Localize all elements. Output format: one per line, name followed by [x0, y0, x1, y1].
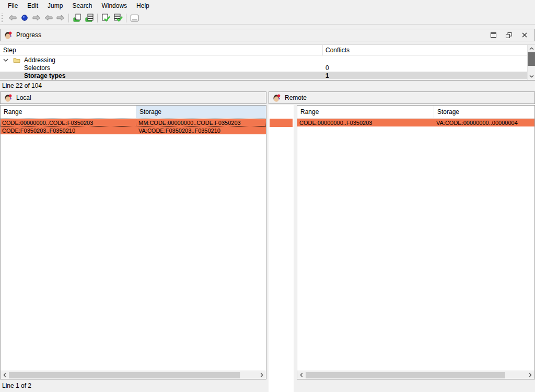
scroll-left-icon[interactable]	[297, 371, 306, 379]
forward-arrow-button[interactable]	[30, 13, 42, 24]
back-arrow-button[interactable]	[6, 13, 18, 24]
menu-help[interactable]: Help	[132, 1, 154, 11]
local-database-button[interactable]	[83, 13, 95, 24]
accept-document-button[interactable]	[100, 13, 112, 24]
local-scroll-thumb[interactable]	[9, 372, 240, 378]
window-icon	[130, 14, 139, 22]
toolbar-drag-handle[interactable]	[2, 14, 4, 22]
back-arrow-icon	[8, 15, 17, 21]
progress-titlebar: Progress	[0, 29, 535, 41]
progress-table-header: Step Conflicts	[0, 45, 535, 56]
local-document-button[interactable]	[71, 13, 83, 24]
merge-face-icon	[4, 31, 13, 39]
toolbar-separator	[126, 14, 126, 22]
accept-database-icon	[113, 14, 123, 22]
local-table: Range Storage CODE:00000000..CODE:F03502…	[0, 105, 266, 379]
current-position-dot-icon	[21, 14, 28, 21]
column-header-step[interactable]: Step	[0, 45, 323, 55]
remote-horizontal-scrollbar[interactable]	[297, 371, 534, 379]
prev-arrow-button[interactable]	[42, 13, 54, 24]
scroll-right-icon[interactable]	[526, 371, 534, 379]
remote-table: Range Storage CODE:00000000..F0350203 VA…	[297, 105, 535, 379]
scroll-up-icon[interactable]	[528, 45, 535, 52]
toolbar-separator	[68, 14, 69, 22]
local-row-1[interactable]: CODE:00000000..CODE:F0350203 MM:CODE:000…	[1, 119, 266, 126]
menu-file[interactable]: File	[3, 1, 22, 11]
remote-scroll-thumb[interactable]	[306, 372, 505, 378]
tree-row-addressing[interactable]: Addressing	[0, 56, 535, 64]
menu-jump[interactable]: Jump	[43, 1, 67, 11]
range-cell: CODE:00000000..CODE:F0350203	[1, 119, 136, 126]
tree-row-label: Selectors	[24, 64, 50, 72]
remote-title: Remote	[285, 94, 307, 101]
tree-row-selectors[interactable]: Selectors 0	[0, 64, 535, 72]
forward-arrow-icon	[32, 15, 41, 21]
window-button[interactable]	[129, 13, 141, 24]
close-icon	[522, 32, 527, 38]
local-titlebar: Local	[0, 91, 266, 104]
menu-bar: File Edit Jump Search Windows Help	[0, 0, 535, 11]
column-header-storage[interactable]: Storage	[434, 106, 534, 118]
conflicts-value: 1	[323, 72, 535, 79]
progress-scroll-thumb[interactable]	[528, 52, 535, 66]
toolbar	[0, 11, 535, 25]
progress-status-line: Line 22 of 104	[2, 82, 42, 90]
chevron-down-icon[interactable]	[0, 58, 11, 62]
menu-edit[interactable]: Edit	[22, 1, 43, 11]
local-status-line: Line 1 of 2	[2, 382, 31, 390]
conflicts-value: 0	[323, 64, 535, 72]
scroll-down-icon[interactable]	[528, 73, 535, 80]
close-button[interactable]	[521, 32, 528, 38]
local-document-icon	[73, 14, 82, 22]
tree-row-label: Addressing	[24, 56, 55, 64]
column-header-range[interactable]: Range	[1, 106, 136, 118]
tree-row-label: Storage types	[24, 72, 65, 79]
toolbar-separator	[97, 14, 98, 22]
range-cell: CODE:00000000..F0350203	[297, 119, 434, 126]
local-row-2[interactable]: CODE:F0350203..F0350210 VA:CODE:F0350203…	[1, 126, 266, 134]
local-table-header: Range Storage	[1, 106, 266, 119]
tree-row-storage-types[interactable]: Storage types 1	[0, 72, 535, 79]
remote-titlebar: Remote	[269, 91, 535, 104]
current-position-button[interactable]	[18, 13, 30, 24]
progress-vertical-scrollbar[interactable]	[527, 45, 535, 80]
storage-cell: MM:CODE:00000000..CODE:F0350203	[136, 119, 266, 126]
menu-search[interactable]: Search	[67, 1, 97, 11]
restore-icon	[506, 32, 512, 38]
next-arrow-icon	[56, 15, 65, 21]
accept-document-icon	[101, 14, 110, 22]
next-arrow-button[interactable]	[54, 13, 66, 24]
maximize-icon	[491, 32, 496, 38]
diff-gutter	[269, 105, 294, 392]
local-database-icon	[85, 14, 94, 22]
prev-arrow-icon	[44, 15, 53, 21]
restore-button[interactable]	[505, 32, 513, 38]
local-title: Local	[16, 94, 31, 101]
remote-table-header: Range Storage	[297, 106, 534, 119]
local-horizontal-scrollbar[interactable]	[1, 371, 266, 379]
scroll-left-icon[interactable]	[1, 371, 9, 379]
storage-cell: VA:CODE:F0350203..F0350210	[136, 126, 266, 134]
merge-face-icon	[272, 94, 281, 102]
accept-database-button[interactable]	[112, 13, 124, 24]
maximize-button[interactable]	[490, 32, 497, 38]
progress-step-table: Step Conflicts Addressing Selectors 0 St…	[0, 44, 535, 80]
folder-icon	[11, 57, 24, 63]
progress-title: Progress	[16, 31, 41, 39]
conflict-marker[interactable]	[270, 119, 293, 127]
remote-row-1[interactable]: CODE:00000000..F0350203 VA:CODE:00000000…	[297, 119, 534, 126]
merge-face-icon	[4, 94, 13, 102]
menu-windows[interactable]: Windows	[97, 1, 132, 11]
column-header-range[interactable]: Range	[297, 106, 434, 118]
column-header-storage[interactable]: Storage	[136, 106, 266, 118]
storage-cell: VA:CODE:00000000..00000004	[434, 119, 534, 126]
column-header-conflicts[interactable]: Conflicts	[323, 45, 535, 55]
range-cell: CODE:F0350203..F0350210	[1, 126, 136, 134]
scroll-right-icon[interactable]	[258, 371, 266, 379]
